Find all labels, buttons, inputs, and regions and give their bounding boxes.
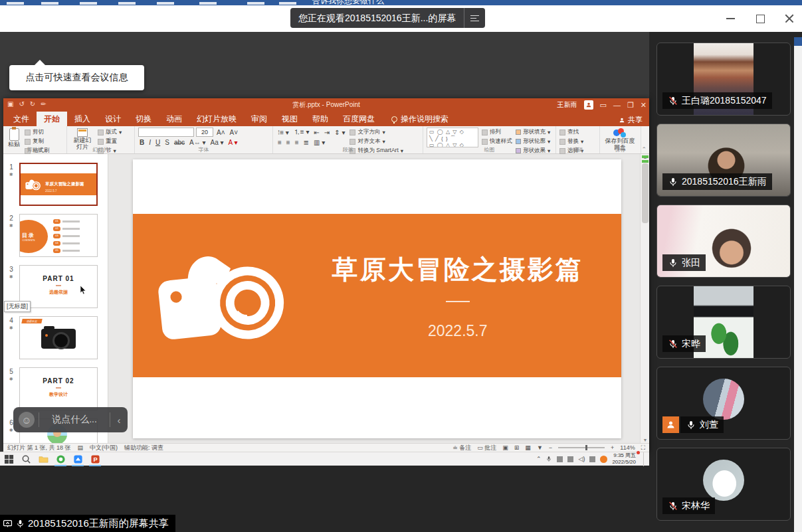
- tab-slideshow[interactable]: 幻灯片放映: [189, 112, 244, 126]
- maximize-button[interactable]: [755, 14, 765, 23]
- show-desktop-button[interactable]: [643, 452, 647, 466]
- layout-button[interactable]: 版式 ▾: [98, 128, 122, 136]
- comments-toggle[interactable]: ▭ 批注: [477, 444, 496, 452]
- align-right-button[interactable]: ≡: [294, 139, 300, 146]
- line-spacing-button[interactable]: ⇕ ▾: [333, 129, 346, 136]
- participant-tile-1[interactable]: 王白璐20185152047: [656, 43, 791, 116]
- ppt-share-button[interactable]: 共享: [619, 115, 643, 125]
- align-left-button[interactable]: ≡: [276, 139, 283, 146]
- strikethrough-button[interactable]: abc: [173, 139, 186, 146]
- slide-thumb-4[interactable]: 4✱ 选题依据: [3, 316, 108, 359]
- shape-gallery[interactable]: ▭ ◯ △ ▽ ◇╲ ╱ { } ⌒▭ ◯ △ ▽ ◇: [427, 128, 478, 147]
- font-color-button[interactable]: A ▾: [227, 139, 239, 146]
- font-name-select[interactable]: [138, 128, 194, 137]
- italic-button[interactable]: I: [148, 139, 152, 146]
- powerpoint-taskbar-icon[interactable]: P: [86, 452, 104, 466]
- zoom-in-button[interactable]: +: [611, 444, 614, 451]
- tab-help[interactable]: 帮助: [305, 112, 336, 126]
- participant-tile-2[interactable]: 20185152016王新雨: [656, 124, 791, 197]
- ppt-minimize-button[interactable]: —: [613, 101, 621, 109]
- tab-design[interactable]: 设计: [98, 112, 128, 126]
- chat-input-overlay[interactable]: ☺ 说点什么... ‹: [13, 407, 128, 432]
- tray-icon[interactable]: [557, 456, 563, 462]
- grow-font-button[interactable]: A˄: [215, 129, 227, 136]
- canvas-scrollbar[interactable]: ▲ ▼: [640, 154, 649, 443]
- browser-icon[interactable]: [52, 452, 69, 466]
- ppt-close-button[interactable]: ✕: [641, 101, 647, 110]
- meeting-app-icon[interactable]: [69, 452, 86, 466]
- slide-thumb-5[interactable]: 5✱ PART 02 教学设计: [3, 367, 108, 410]
- ppt-ribbon-display-icon[interactable]: ▭: [600, 101, 607, 110]
- file-explorer-icon[interactable]: [35, 452, 52, 466]
- language-status[interactable]: 中文(中国): [90, 444, 118, 452]
- ppt-account-name[interactable]: 王新雨: [557, 100, 577, 110]
- zoom-percentage[interactable]: 114%: [620, 444, 635, 451]
- reset-button[interactable]: 重置: [98, 137, 122, 145]
- view-sorter-icon[interactable]: ⊞: [514, 444, 520, 451]
- notes-page-icon[interactable]: ▤: [78, 444, 84, 451]
- slide-thumb-2[interactable]: 2✱ 目录 CONTENTS 01 02 03 04: [3, 214, 108, 257]
- participant-tile-4[interactable]: 宋晔: [656, 286, 791, 359]
- zoom-out-button[interactable]: −: [549, 444, 552, 451]
- slide-canvas[interactable]: 草原大冒险之摄影篇 2022.5.7: [108, 154, 640, 443]
- tray-icon[interactable]: [567, 456, 573, 462]
- ppt-account-avatar[interactable]: [584, 100, 593, 110]
- increase-indent-button[interactable]: ⇥: [323, 129, 331, 136]
- arrange-button[interactable]: 排列: [482, 128, 512, 136]
- watching-banner[interactable]: 您正在观看20185152016王新...的屏幕: [290, 8, 485, 28]
- scroll-down-icon[interactable]: ▼: [641, 438, 650, 442]
- zoom-slider[interactable]: [558, 447, 605, 448]
- bold-button[interactable]: B: [138, 139, 146, 146]
- tray-volume-icon[interactable]: ◁): [578, 456, 585, 462]
- close-button[interactable]: [785, 14, 794, 23]
- character-spacing-button[interactable]: A⇔ ▾: [188, 139, 207, 146]
- tray-mic-icon[interactable]: [546, 455, 552, 463]
- tray-360-icon[interactable]: [600, 456, 607, 463]
- slide-thumbnail-panel[interactable]: 1✱ 草原大冒险之摄影篇2022.5.7 2✱: [3, 154, 108, 443]
- collapse-ribbon-icon[interactable]: ⌃: [641, 146, 647, 153]
- ppt-restore-button[interactable]: ❐: [627, 101, 634, 110]
- align-center-button[interactable]: ≡: [285, 139, 292, 146]
- start-button[interactable]: [0, 452, 17, 466]
- tab-file[interactable]: 文件: [6, 112, 37, 126]
- participant-tile-3[interactable]: 张田: [656, 205, 791, 278]
- view-normal-icon[interactable]: ▣: [502, 444, 508, 451]
- accessibility-status[interactable]: 辅助功能: 调查: [124, 444, 163, 452]
- tab-insert[interactable]: 插入: [67, 112, 98, 126]
- tab-review[interactable]: 审阅: [244, 112, 274, 126]
- minimize-button[interactable]: [726, 14, 736, 23]
- chat-input[interactable]: 说点什么...: [39, 414, 110, 426]
- banner-menu-icon[interactable]: [464, 8, 485, 28]
- text-shadow-button[interactable]: S: [163, 139, 171, 146]
- text-direction-button[interactable]: 文字方向 ▾: [350, 128, 403, 136]
- emoji-icon[interactable]: ☺: [19, 412, 35, 428]
- find-button[interactable]: 查找: [559, 128, 583, 136]
- scrollbar-thumb[interactable]: [642, 163, 649, 223]
- tell-me-search[interactable]: 操作说明搜索: [391, 112, 449, 126]
- taskbar-clock[interactable]: 9:35 周五 2022/5/20: [612, 452, 639, 465]
- tab-home[interactable]: 开始: [37, 112, 67, 126]
- tab-baidu-netdisk[interactable]: 百度网盘: [336, 112, 382, 126]
- tab-view[interactable]: 视图: [274, 112, 305, 126]
- shrink-font-button[interactable]: A˅: [229, 129, 240, 136]
- numbering-button[interactable]: ⒈≡ ▾: [292, 128, 311, 137]
- main-slide[interactable]: 草原大冒险之摄影篇 2022.5.7: [133, 159, 621, 438]
- copy-button[interactable]: 复制: [25, 137, 50, 145]
- tab-animations[interactable]: 动画: [159, 112, 189, 126]
- justify-button[interactable]: ≣: [302, 139, 310, 146]
- change-case-button[interactable]: Aa ▾: [209, 139, 225, 146]
- fit-slide-icon[interactable]: ⛶: [641, 444, 645, 452]
- search-icon[interactable]: [17, 452, 35, 466]
- view-slideshow-icon[interactable]: ▼: [537, 444, 543, 451]
- decrease-indent-button[interactable]: ⇤: [312, 129, 320, 136]
- participant-tile-6[interactable]: 宋林华: [656, 448, 791, 521]
- slide-thumb-1[interactable]: 1✱ 草原大冒险之摄影篇2022.5.7: [3, 163, 108, 206]
- tab-transitions[interactable]: 切换: [128, 112, 159, 126]
- bullets-button[interactable]: ⁝≡ ▾: [276, 129, 290, 136]
- shape-fill-button[interactable]: 形状填充 ▾: [516, 128, 550, 136]
- tray-expand-icon[interactable]: ⌃: [536, 456, 542, 462]
- font-size-select[interactable]: 20: [196, 128, 213, 137]
- tray-network-icon[interactable]: [589, 456, 595, 462]
- chat-collapse-button[interactable]: ‹: [110, 414, 128, 426]
- quick-styles-button[interactable]: 快速样式: [482, 137, 512, 145]
